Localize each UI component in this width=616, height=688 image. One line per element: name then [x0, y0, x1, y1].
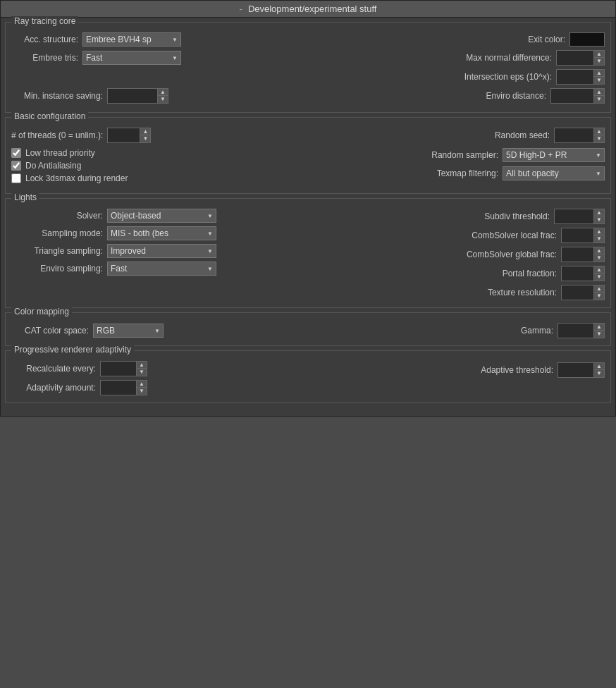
combsolver-global-down[interactable]: ▼ — [594, 254, 604, 262]
max-normal-down[interactable]: ▼ — [594, 58, 604, 65]
min-instance-label: Min. instance saving: — [11, 91, 103, 101]
min-instance-up[interactable]: ▲ — [158, 89, 168, 96]
random-sampler-dropdown[interactable]: 5D High-D + PR 5D High-D Random — [503, 148, 605, 162]
intersection-eps-spinner[interactable]: -6,07 ▲ ▼ — [556, 69, 605, 85]
enviro-distance-spinner[interactable]: 1000,0n ▲ ▼ — [550, 88, 605, 104]
exit-color-swatch[interactable] — [569, 32, 605, 47]
max-normal-spinner[interactable]: 0,55 ▲ ▼ — [556, 50, 605, 66]
lock-3dsmax-checkbox[interactable] — [11, 173, 21, 183]
intersection-eps-down[interactable]: ▼ — [594, 77, 604, 84]
threads-up[interactable]: ▲ — [140, 128, 150, 135]
random-seed-input[interactable]: 1234 — [555, 128, 593, 142]
combsolver-local-label: CombSolver local frac: — [472, 231, 557, 240]
gamma-spinner[interactable]: 2,2 ▲ ▼ — [558, 323, 605, 338]
portal-fraction-label: Portal fraction: — [503, 269, 557, 278]
min-instance-down[interactable]: ▼ — [158, 96, 168, 103]
acc-structure-dropdown[interactable]: Embree BVH4 sp BVH4 — [82, 32, 181, 47]
triangle-sampling-dropdown[interactable]: Improved Fast — [107, 244, 216, 258]
sampling-mode-select[interactable]: MIS - both (bes MIS - both — [107, 226, 216, 240]
random-seed-down[interactable]: ▼ — [594, 135, 604, 142]
intersection-eps-input[interactable]: -6,07 — [557, 70, 593, 84]
texture-resolution-down[interactable]: ▼ — [594, 293, 604, 300]
adaptive-threshold-input[interactable]: 0,03 — [558, 363, 593, 377]
adaptive-threshold-down[interactable]: ▼ — [594, 370, 604, 377]
max-normal-input[interactable]: 0,55 — [557, 51, 593, 65]
enviro-distance-down[interactable]: ▼ — [594, 96, 604, 103]
gamma-down[interactable]: ▼ — [594, 331, 604, 338]
enviro-sampling-select[interactable]: Fast Improved — [107, 262, 216, 276]
combsolver-global-label: CombSolver global frac: — [467, 250, 557, 259]
threads-input[interactable]: 0 — [108, 128, 140, 142]
cat-color-dropdown[interactable]: RGB sRGB Linear — [93, 324, 164, 338]
solver-select[interactable]: Object-based Light-based — [107, 209, 216, 223]
threads-arrows: ▲ ▼ — [140, 128, 150, 142]
enviro-distance-up[interactable]: ▲ — [594, 89, 604, 96]
acc-structure-select[interactable]: Embree BVH4 sp BVH4 — [82, 32, 181, 47]
gamma-up[interactable]: ▲ — [594, 324, 604, 331]
combsolver-global-up[interactable]: ▲ — [594, 247, 604, 254]
combsolver-global-spinner[interactable]: 0,33 ▲ ▼ — [561, 247, 605, 262]
recalculate-up[interactable]: ▲ — [137, 362, 147, 369]
cat-color-select[interactable]: RGB sRGB Linear — [93, 324, 164, 338]
min-instance-input[interactable]: 50000 — [108, 89, 157, 103]
combsolver-local-down[interactable]: ▼ — [594, 235, 604, 242]
adaptivity-amount-spinner[interactable]: 0,0 ▲ ▼ — [100, 380, 147, 395]
texture-resolution-up[interactable]: ▲ — [594, 285, 604, 293]
adaptivity-amount-up[interactable]: ▲ — [137, 381, 147, 388]
adaptivity-amount-down[interactable]: ▼ — [137, 388, 147, 395]
random-seed-up[interactable]: ▲ — [594, 128, 604, 135]
threads-down[interactable]: ▼ — [140, 135, 150, 142]
solver-dropdown[interactable]: Object-based Light-based — [107, 209, 216, 223]
enviro-distance-input[interactable]: 1000,0n — [551, 89, 593, 103]
texture-resolution-spinner[interactable]: 0,3 ▲ ▼ — [561, 285, 605, 300]
embree-tris-select[interactable]: Fast Robust — [82, 51, 181, 65]
recalculate-input[interactable]: 0 — [101, 362, 136, 376]
lock-3dsmax-row: Lock 3dsmax during render — [11, 173, 308, 183]
lights-section: Lights Solver: Object-based Light-based — [5, 198, 611, 308]
combsolver-global-input[interactable]: 0,33 — [562, 247, 593, 262]
sampling-mode-dropdown[interactable]: MIS - both (bes MIS - both — [107, 226, 216, 240]
ray-tracing-section: Ray tracing core Acc. structure: Embree … — [5, 22, 611, 113]
portal-fraction-up[interactable]: ▲ — [594, 266, 604, 274]
acc-structure-label: Acc. structure: — [11, 35, 78, 44]
threads-label: # of threads (0 = unlim.): — [11, 130, 103, 140]
intersection-eps-arrows: ▲ ▼ — [593, 70, 604, 84]
portal-fraction-spinner[interactable]: 0,75 ▲ ▼ — [561, 266, 605, 281]
portal-fraction-input[interactable]: 0,75 — [562, 266, 593, 281]
progressive-label: Progressive renderer adaptivity — [11, 345, 134, 355]
portal-fraction-down[interactable]: ▼ — [594, 274, 604, 281]
adaptivity-amount-input[interactable]: 0,0 — [101, 381, 136, 395]
progressive-left: Recalculate every: 0 ▲ ▼ Adaptivity amou… — [11, 361, 308, 395]
combsolver-local-spinner[interactable]: 0,33 ▲ ▼ — [561, 228, 605, 243]
recalculate-spinner[interactable]: 0 ▲ ▼ — [100, 361, 147, 376]
triangle-sampling-select[interactable]: Improved Fast — [107, 244, 216, 258]
random-seed-label: Random seed: — [495, 130, 550, 140]
combsolver-local-up[interactable]: ▲ — [594, 228, 604, 235]
texture-resolution-input[interactable]: 0,3 — [562, 285, 593, 300]
subdiv-threshold-input[interactable]: 0,005 — [555, 209, 593, 223]
subdiv-threshold-up[interactable]: ▲ — [594, 209, 604, 216]
combsolver-local-input[interactable]: 0,33 — [562, 228, 593, 242]
title-bar: - Development/experimental stuff — [1, 1, 615, 18]
random-sampler-select[interactable]: 5D High-D + PR 5D High-D Random — [503, 148, 605, 162]
do-antialiasing-checkbox[interactable] — [11, 161, 21, 171]
threads-spinner[interactable]: 0 ▲ ▼ — [107, 128, 151, 143]
embree-tris-dropdown[interactable]: Fast Robust — [82, 51, 181, 65]
texmap-filtering-select[interactable]: All but opacity All None — [503, 166, 605, 180]
recalculate-down[interactable]: ▼ — [137, 369, 147, 376]
gamma-input[interactable]: 2,2 — [558, 324, 593, 338]
max-normal-up[interactable]: ▲ — [594, 51, 604, 58]
main-window: - Development/experimental stuff Ray tra… — [0, 0, 616, 417]
low-thread-checkbox[interactable] — [11, 148, 21, 158]
color-mapping-section: Color mapping CAT color space: RGB sRGB … — [5, 312, 611, 346]
random-seed-spinner[interactable]: 1234 ▲ ▼ — [554, 128, 605, 143]
min-instance-spinner[interactable]: 50000 ▲ ▼ — [107, 88, 168, 104]
subdiv-threshold-spinner[interactable]: 0,005 ▲ ▼ — [554, 209, 605, 224]
adaptive-threshold-up[interactable]: ▲ — [594, 363, 604, 370]
gamma-label: Gamma: — [521, 326, 553, 336]
texmap-filtering-dropdown[interactable]: All but opacity All None — [503, 166, 605, 180]
enviro-sampling-dropdown[interactable]: Fast Improved — [107, 262, 216, 276]
intersection-eps-up[interactable]: ▲ — [594, 70, 604, 77]
adaptive-threshold-spinner[interactable]: 0,03 ▲ ▼ — [558, 362, 605, 378]
subdiv-threshold-down[interactable]: ▼ — [594, 216, 604, 223]
